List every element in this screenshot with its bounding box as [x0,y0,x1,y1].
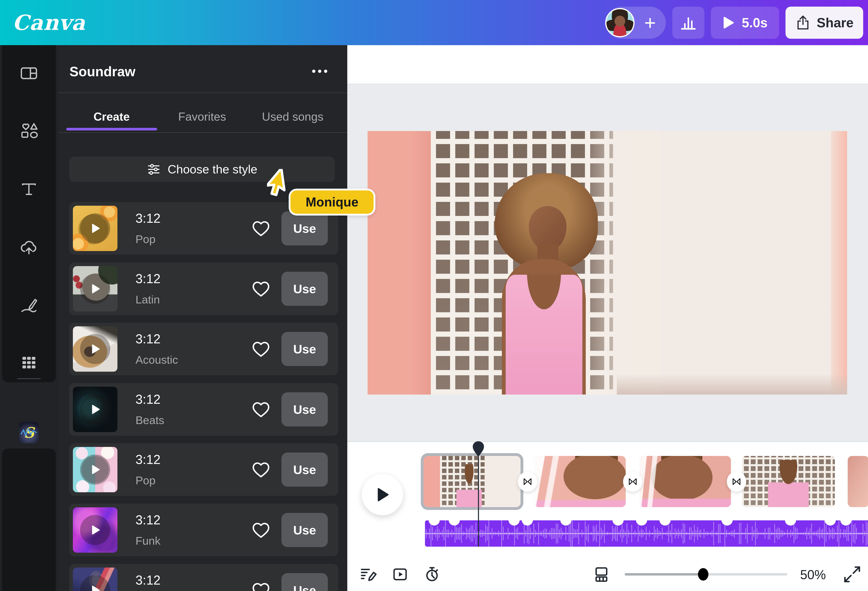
sliders-icon [147,162,161,176]
favorite-heart-icon[interactable] [251,339,271,359]
pages-view-button[interactable] [592,565,610,584]
use-button[interactable]: Use [282,573,328,591]
favorite-heart-icon[interactable] [251,399,271,419]
tab-used-songs[interactable]: Used songs [262,110,323,123]
song-thumbnail[interactable] [73,507,117,553]
tab-create[interactable]: Create [93,110,130,123]
favorite-heart-icon[interactable] [251,460,271,480]
favorite-heart-icon[interactable] [251,218,271,239]
transition-icon[interactable] [518,472,537,492]
share-label: Share [817,15,853,30]
zoom-slider-fill [625,573,703,576]
video-preview-button[interactable] [391,565,409,584]
timeline-clip[interactable] [534,456,626,507]
photo-woman-pink-top [506,275,582,395]
song-duration: 3:12 [136,392,161,407]
song-row[interactable]: 3:12FunkUse [69,504,338,556]
play-icon[interactable] [80,213,110,243]
add-member-button[interactable]: + [635,7,666,38]
sidebar-item-text[interactable] [2,173,56,205]
preview-play-button[interactable]: 5.0s [711,7,779,39]
fullscreen-button[interactable] [843,565,861,583]
song-genre: Pop [136,233,156,246]
side-rail: S [0,45,58,591]
avatar[interactable] [605,8,635,37]
song-thumbnail[interactable] [73,326,117,371]
song-thumbnail[interactable] [73,447,117,492]
transition-icon[interactable] [727,472,746,492]
song-thumbnail[interactable] [73,387,117,432]
song-thumbnail[interactable] [73,206,117,251]
sidebar-item-apps[interactable] [2,346,56,379]
song-duration: 3:12 [136,452,161,467]
draw-pen-icon [20,296,38,314]
use-button[interactable]: Use [282,211,328,245]
use-button[interactable]: Use [282,332,328,366]
timeline-clip[interactable] [639,456,731,507]
rail-bottom-container [2,448,56,591]
audio-track[interactable] [425,520,868,547]
insights-button[interactable] [672,7,704,39]
song-row[interactable]: 3:12AcousticUse [69,323,338,375]
clip-frame [424,456,521,507]
sidebar-item-elements[interactable] [2,115,56,147]
zoom-slider-thumb[interactable] [698,568,709,581]
share-button[interactable]: Share [785,7,863,39]
panel-divider [58,93,347,93]
play-icon[interactable] [80,394,110,424]
clip-frame [639,456,731,507]
song-thumbnail[interactable] [73,567,117,591]
sidebar-item-uploads[interactable] [2,231,56,264]
favorite-heart-icon[interactable] [251,279,271,299]
sidebar-item-draw[interactable] [2,289,56,321]
bar-chart-icon [679,13,698,32]
top-bar: Canva + 5.0s [0,0,868,45]
play-icon[interactable] [80,274,110,304]
play-icon[interactable] [80,454,110,485]
song-row[interactable]: 3:12PopUse [69,443,338,496]
more-options-button[interactable]: ••• [312,65,330,77]
timeline-play-button[interactable] [362,474,403,515]
sidebar-item-design[interactable] [2,57,56,89]
play-icon[interactable] [80,334,110,364]
active-tab-indicator [66,128,157,130]
play-icon[interactable] [80,515,110,545]
play-icon[interactable] [80,575,110,591]
photo-curve-highlight [583,131,660,395]
video-page[interactable] [368,131,847,395]
timeline-clip[interactable] [742,456,835,507]
canva-logo[interactable]: Canva [12,10,86,35]
song-genre: Funk [136,534,161,547]
song-thumbnail[interactable] [73,266,117,311]
transition-icon[interactable] [623,472,642,492]
timeline-clip[interactable] [848,456,868,507]
soundraw-panel: Soundraw ••• Create Favorites Used songs… [58,45,347,591]
share-icon [795,15,811,31]
song-duration: 3:12 [136,573,161,588]
account-pill: + [606,7,666,39]
tabbar-border [58,132,347,133]
song-genre: Beats [136,414,164,427]
sidebar-item-soundraw-app[interactable]: S [19,422,39,443]
photo-floor [617,373,847,395]
use-button[interactable]: Use [282,392,328,426]
song-row[interactable]: 3:12LatinUse [69,262,338,315]
use-button[interactable]: Use [282,452,328,486]
song-genre: Pop [136,474,156,487]
notes-button[interactable] [359,565,377,584]
song-duration: 3:12 [136,513,161,528]
timer-button[interactable] [423,565,441,584]
tab-favorites[interactable]: Favorites [178,110,226,123]
playhead-handle[interactable] [472,441,484,457]
text-icon [20,180,38,198]
timeline-clip[interactable] [424,456,521,507]
canvas-area: 50% [347,45,868,591]
use-button[interactable]: Use [282,513,328,547]
favorite-heart-icon[interactable] [251,520,271,540]
use-button[interactable]: Use [282,272,328,306]
song-row[interactable]: 3:12BeatsUse [69,383,338,436]
clip-frame [534,456,626,507]
design-icon [20,64,38,82]
song-row[interactable]: 3:12Use [69,564,338,591]
favorite-heart-icon[interactable] [251,580,271,591]
